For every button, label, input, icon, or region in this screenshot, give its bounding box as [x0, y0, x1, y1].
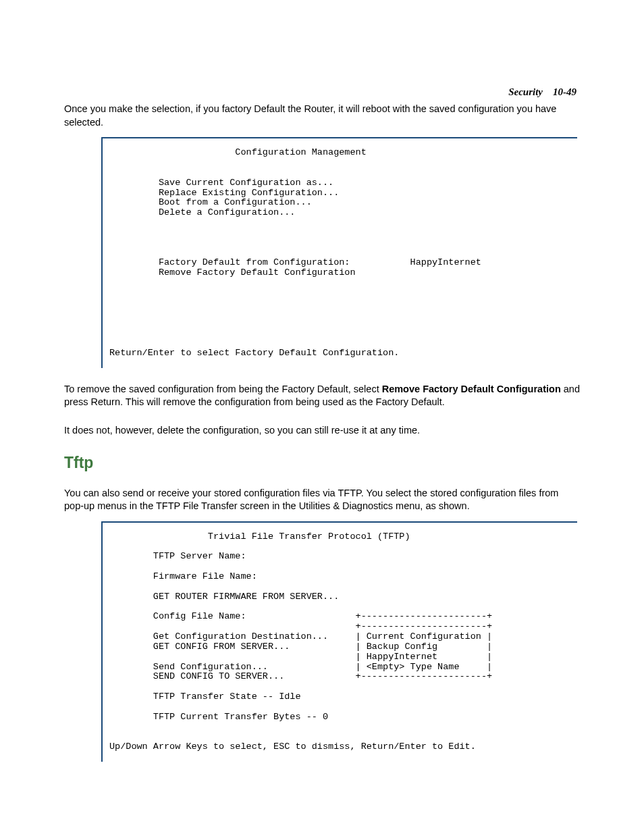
terminal-tftp: Trivial File Transfer Protocol (TFTP) TF…	[101, 521, 577, 762]
para2-bold: Remove Factory Default Configuration	[382, 384, 561, 394]
header-page: 10-49	[553, 86, 576, 97]
paragraph-intro: Once you make the selection, if you fact…	[64, 103, 580, 129]
header-section: Security	[508, 86, 543, 97]
terminal-config-management: Configuration Management Save Current Co…	[101, 137, 577, 368]
header-spacer	[545, 86, 551, 97]
running-header: Security 10-49	[508, 86, 576, 98]
terminal-config-management-content: Configuration Management Save Current Co…	[109, 148, 570, 359]
para2-lead: To remove the saved configuration from b…	[64, 384, 382, 394]
paragraph-note: It does not, however, delete the configu…	[64, 424, 580, 438]
section-heading-tftp: Tftp	[64, 454, 580, 472]
terminal-tftp-content: Trivial File Transfer Protocol (TFTP) TF…	[109, 532, 570, 753]
paragraph-tftp-intro: You can also send or receive your stored…	[64, 487, 580, 513]
document-page: Security 10-49 Once you make the selecti…	[0, 0, 644, 834]
paragraph-remove-default: To remove the saved configuration from b…	[64, 383, 580, 409]
